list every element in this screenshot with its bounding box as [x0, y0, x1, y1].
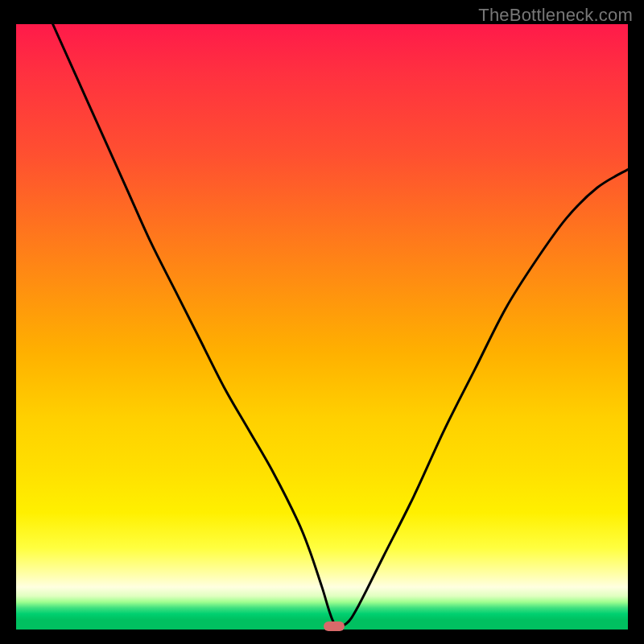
bottleneck-curve [16, 24, 628, 636]
plot-area [16, 24, 628, 636]
chart-frame [16, 24, 628, 636]
optimal-point-marker [324, 621, 345, 631]
watermark-text: TheBottleneck.com [478, 5, 633, 26]
